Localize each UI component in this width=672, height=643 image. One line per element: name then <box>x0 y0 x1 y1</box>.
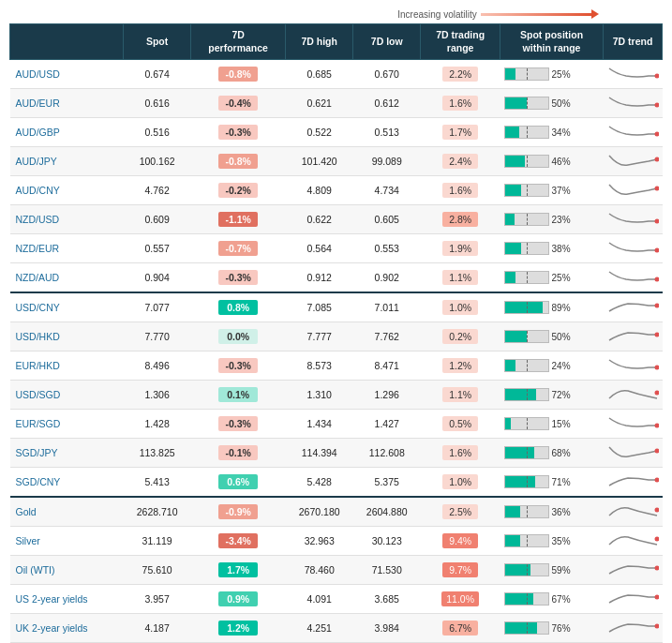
high-value: 2670.180 <box>286 497 353 527</box>
volatility-arrow <box>481 13 593 16</box>
high-value: 4.091 <box>286 585 353 614</box>
spot-value: 0.674 <box>124 60 191 89</box>
col-range: 7D tradingrange <box>421 24 500 60</box>
pair-name: UK 2-year yields <box>10 614 124 643</box>
trend-chart <box>604 176 663 205</box>
svg-point-8 <box>654 304 659 308</box>
volatility-header: Increasing volatility <box>9 9 663 20</box>
svg-point-4 <box>654 187 659 191</box>
perf-value: -0.3% <box>191 118 286 147</box>
pair-name: SGD/JPY <box>10 439 124 468</box>
low-value: 0.513 <box>353 118 421 147</box>
pair-name: AUD/GBP <box>10 118 124 147</box>
low-value: 1.427 <box>353 410 421 439</box>
svg-point-17 <box>654 566 659 571</box>
perf-value: -0.3% <box>191 410 286 439</box>
low-value: 8.471 <box>353 351 421 381</box>
spot-value: 2628.710 <box>124 497 191 527</box>
svg-point-14 <box>654 478 659 483</box>
range-value: 1.0% <box>421 468 500 498</box>
spot-value: 5.413 <box>124 468 191 498</box>
pair-name: AUD/CNY <box>10 176 124 205</box>
spot-position: 23% <box>500 205 604 234</box>
svg-point-13 <box>654 449 659 454</box>
trend-chart <box>604 527 663 556</box>
range-value: 9.7% <box>421 556 500 585</box>
col-spot: Spot <box>124 24 191 60</box>
range-value: 1.7% <box>421 118 500 147</box>
range-value: 2.4% <box>421 147 500 176</box>
spot-position: 34% <box>500 118 604 147</box>
svg-point-3 <box>654 157 659 162</box>
low-value: 2604.880 <box>353 497 421 527</box>
svg-point-9 <box>654 333 659 337</box>
main-table: Spot 7Dperformance 7D high 7D low 7D tra… <box>9 23 663 643</box>
high-value: 0.912 <box>286 263 353 293</box>
svg-point-15 <box>654 508 659 513</box>
spot-value: 0.516 <box>124 118 191 147</box>
high-value: 114.394 <box>286 439 353 468</box>
svg-point-12 <box>654 424 659 428</box>
trend-chart <box>604 322 663 351</box>
spot-position: 36% <box>500 497 604 527</box>
pair-name: Silver <box>10 527 124 556</box>
pair-name: USD/HKD <box>10 322 124 351</box>
high-value: 0.685 <box>286 60 353 89</box>
spot-value: 1.306 <box>124 381 191 410</box>
low-value: 3.984 <box>353 614 421 643</box>
perf-value: 1.2% <box>191 614 286 643</box>
low-value: 0.612 <box>353 89 421 118</box>
spot-value: 0.904 <box>124 263 191 293</box>
perf-value: 0.6% <box>191 468 286 498</box>
range-value: 1.6% <box>421 176 500 205</box>
spot-position: 35% <box>500 527 604 556</box>
perf-value: 0.1% <box>191 381 286 410</box>
spot-position: 72% <box>500 381 604 410</box>
spot-position: 38% <box>500 234 604 263</box>
col-perf: 7Dperformance <box>191 24 286 60</box>
col-low: 7D low <box>353 24 421 60</box>
spot-value: 0.557 <box>124 234 191 263</box>
pair-name: Oil (WTI) <box>10 556 124 585</box>
perf-value: -0.1% <box>191 439 286 468</box>
pair-name: AUD/JPY <box>10 147 124 176</box>
perf-value: -0.9% <box>191 497 286 527</box>
trend-chart <box>604 351 663 381</box>
high-value: 8.573 <box>286 351 353 381</box>
range-value: 2.5% <box>421 497 500 527</box>
trend-chart <box>604 439 663 468</box>
perf-value: -0.7% <box>191 234 286 263</box>
volatility-label: Increasing volatility <box>397 9 476 20</box>
trend-chart <box>604 556 663 585</box>
pair-name: Gold <box>10 497 124 527</box>
spot-position: 25% <box>500 263 604 293</box>
spot-value: 0.609 <box>124 205 191 234</box>
spot-position: 67% <box>500 585 604 614</box>
range-value: 9.4% <box>421 527 500 556</box>
range-value: 1.2% <box>421 351 500 381</box>
high-value: 0.564 <box>286 234 353 263</box>
svg-point-11 <box>654 391 659 396</box>
high-value: 32.963 <box>286 527 353 556</box>
trend-chart <box>604 147 663 176</box>
low-value: 7.011 <box>353 292 421 322</box>
high-value: 5.428 <box>286 468 353 498</box>
spot-value: 7.770 <box>124 322 191 351</box>
pair-name: EUR/HKD <box>10 351 124 381</box>
range-value: 6.7% <box>421 614 500 643</box>
range-value: 1.9% <box>421 234 500 263</box>
pair-name: USD/CNY <box>10 292 124 322</box>
pair-name: NZD/AUD <box>10 263 124 293</box>
spot-position: 89% <box>500 292 604 322</box>
high-value: 1.310 <box>286 381 353 410</box>
low-value: 5.375 <box>353 468 421 498</box>
high-value: 0.522 <box>286 118 353 147</box>
spot-value: 75.610 <box>124 556 191 585</box>
high-value: 0.621 <box>286 89 353 118</box>
perf-value: 0.0% <box>191 322 286 351</box>
spot-position: 50% <box>500 89 604 118</box>
trend-chart <box>604 585 663 614</box>
high-value: 7.085 <box>286 292 353 322</box>
spot-value: 31.119 <box>124 527 191 556</box>
spot-value: 1.428 <box>124 410 191 439</box>
